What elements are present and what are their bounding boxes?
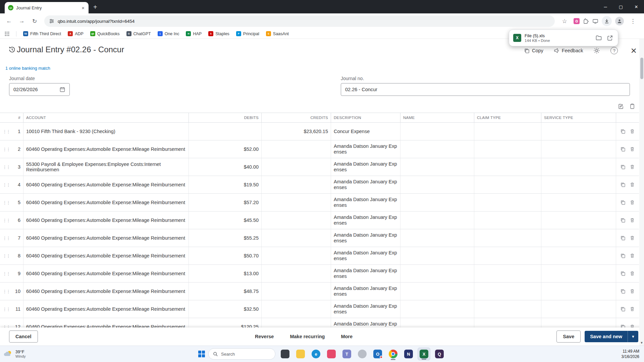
duplicate-row-icon[interactable] <box>620 253 626 258</box>
drag-handle-icon[interactable]: ⋮⋮ <box>0 123 12 140</box>
site-settings-icon[interactable] <box>49 18 54 24</box>
description-cell[interactable]: Amanda Datson January Expenses <box>331 229 400 247</box>
service-type-cell[interactable] <box>541 247 616 264</box>
account-column-header[interactable]: ACCOUNT <box>23 113 189 122</box>
name-cell[interactable] <box>400 140 474 158</box>
credits-cell[interactable] <box>262 176 331 193</box>
name-column-header[interactable]: NAME <box>400 113 474 122</box>
apps-grid-icon[interactable] <box>5 32 9 36</box>
claim-type-cell[interactable] <box>474 318 541 327</box>
bookmark-item[interactable]: 53 Fifth Third Direct <box>23 31 61 36</box>
delete-row-icon[interactable] <box>630 235 635 241</box>
service-type-cell[interactable] <box>541 140 616 158</box>
feedback-button[interactable]: Feedback <box>553 48 583 54</box>
table-row[interactable]: ⋮⋮ 9 60460 Operating Expenses:Automobile… <box>0 265 639 283</box>
service-type-cell[interactable] <box>541 265 616 282</box>
scroll-down-icon[interactable]: ▾ <box>639 341 644 345</box>
bookmark-item[interactable]: qb QuickBooks <box>90 31 120 36</box>
claim-type-column-header[interactable]: CLAIM TYPE <box>474 113 541 122</box>
start-button[interactable] <box>198 351 205 357</box>
service-type-cell[interactable] <box>541 318 616 327</box>
name-cell[interactable] <box>400 212 474 229</box>
journal-date-input[interactable]: 02/26/2026 <box>9 83 70 96</box>
delete-row-icon[interactable] <box>630 200 635 205</box>
drag-handle-icon[interactable]: ⋮⋮ <box>0 229 12 247</box>
outlook-icon[interactable]: O <box>371 348 384 360</box>
close-journal-icon[interactable]: × <box>631 46 637 56</box>
description-cell[interactable]: Amanda Datson January Expenses <box>331 283 400 300</box>
duplicate-row-icon[interactable] <box>620 289 626 294</box>
name-cell[interactable] <box>400 194 474 211</box>
bookmark-item[interactable]: G ChatGPT <box>126 31 151 36</box>
debits-cell[interactable]: $45.50 <box>189 212 262 229</box>
claim-type-cell[interactable] <box>474 229 541 247</box>
credits-cell[interactable] <box>262 318 331 327</box>
name-cell[interactable] <box>400 318 474 327</box>
make-recurring-button[interactable]: Make recurring <box>290 334 325 339</box>
address-bar[interactable]: qbo.intuit.com/app/journal?txnId=6454 <box>44 15 555 27</box>
teams-icon[interactable]: T <box>340 348 353 360</box>
drag-handle-icon[interactable]: ⋮⋮ <box>0 158 12 176</box>
drag-handle-icon[interactable]: ⋮⋮ <box>0 212 12 229</box>
service-type-cell[interactable] <box>541 123 616 140</box>
excel-icon[interactable]: X <box>418 348 430 360</box>
name-cell[interactable] <box>400 247 474 264</box>
service-type-cell[interactable] <box>541 194 616 211</box>
save-and-new-button[interactable]: Save and new <box>585 331 628 342</box>
service-type-cell[interactable] <box>541 229 616 247</box>
delete-row-icon[interactable] <box>630 146 635 152</box>
account-cell[interactable]: 60460 Operating Expenses:Automobile Expe… <box>23 300 189 318</box>
calendar-icon[interactable] <box>59 86 65 93</box>
debits-cell[interactable]: $19.50 <box>189 176 262 193</box>
credits-cell[interactable] <box>262 300 331 318</box>
description-cell[interactable]: Amanda Datson January Expenses <box>331 176 400 193</box>
account-cell[interactable]: 60460 Operating Expenses:Automobile Expe… <box>23 176 189 193</box>
account-cell[interactable]: 60460 Operating Expenses:Automobile Expe… <box>23 194 189 211</box>
duplicate-row-icon[interactable] <box>620 324 626 327</box>
delete-row-icon[interactable] <box>630 324 635 327</box>
table-row[interactable]: ⋮⋮ 5 60460 Operating Expenses:Automobile… <box>0 194 639 212</box>
account-cell[interactable]: 60460 Operating Expenses:Automobile Expe… <box>23 283 189 300</box>
delete-row-icon[interactable] <box>630 164 635 170</box>
drag-handle-icon[interactable]: ⋮⋮ <box>0 265 12 282</box>
claim-type-cell[interactable] <box>474 283 541 300</box>
debits-cell[interactable]: $40.00 <box>189 158 262 176</box>
debits-cell[interactable]: $48.75 <box>189 283 262 300</box>
name-cell[interactable] <box>400 158 474 176</box>
table-row[interactable]: ⋮⋮ 11 60460 Operating Expenses:Automobil… <box>0 300 639 318</box>
name-cell[interactable] <box>400 176 474 193</box>
window-icon[interactable] <box>279 348 291 360</box>
copy-journal-button[interactable]: Copy <box>524 48 543 54</box>
open-file-icon[interactable] <box>607 35 613 41</box>
save-button[interactable]: Save <box>556 330 581 343</box>
claim-type-cell[interactable] <box>474 265 541 282</box>
more-button[interactable]: More <box>341 334 353 339</box>
description-cell[interactable]: Amanda Datson January Expenses <box>331 300 400 318</box>
duplicate-row-icon[interactable] <box>620 271 626 276</box>
duplicate-row-icon[interactable] <box>620 218 626 223</box>
claim-type-cell[interactable] <box>474 123 541 140</box>
bookmark-item[interactable]: A ADP <box>68 31 84 36</box>
drag-handle-icon[interactable]: ⋮⋮ <box>0 176 12 193</box>
journal-no-input[interactable]: 02.26 - Concur <box>341 83 630 96</box>
maximize-button[interactable]: ▢ <box>613 0 629 13</box>
duplicate-row-icon[interactable] <box>620 129 626 134</box>
scrollbar-thumb[interactable] <box>640 58 643 79</box>
delete-row-icon[interactable] <box>630 218 635 223</box>
debits-cell[interactable]: $57.20 <box>189 194 262 211</box>
reverse-button[interactable]: Reverse <box>255 334 274 339</box>
duplicate-row-icon[interactable] <box>620 182 626 187</box>
copilot-icon[interactable] <box>356 348 369 360</box>
table-row[interactable]: ⋮⋮ 12 60460 Operating Expenses:Automobil… <box>0 318 639 327</box>
description-column-header[interactable]: DESCRIPTION <box>331 113 400 122</box>
show-in-folder-icon[interactable] <box>595 35 602 41</box>
duplicate-row-icon[interactable] <box>620 235 626 241</box>
debits-cell[interactable]: $13.00 <box>189 265 262 282</box>
weather-widget[interactable]: 39°F Windy <box>3 349 26 359</box>
browser-tab[interactable]: qb Journal Entry × <box>5 2 89 13</box>
table-row[interactable]: ⋮⋮ 4 60460 Operating Expenses:Automobile… <box>0 176 639 194</box>
bookmark-item[interactable]: H HAP <box>186 31 202 36</box>
account-cell[interactable]: 60460 Operating Expenses:Automobile Expe… <box>23 212 189 229</box>
bookmark-item[interactable]: 1 One Inc <box>158 31 179 36</box>
photos-icon[interactable] <box>325 348 338 360</box>
